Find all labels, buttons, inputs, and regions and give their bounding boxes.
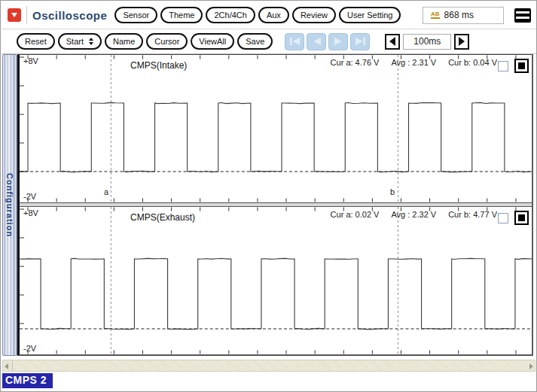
theme-button[interactable]: Theme (160, 7, 203, 23)
measurements: Cur a: 4.76 V Avg : 2.31 V Cur b: 0.04 V (331, 58, 497, 67)
cursor-a-value: Cur a: 4.76 V (331, 58, 380, 67)
configuration-tab[interactable]: Configuration (2, 54, 17, 356)
divider (26, 6, 27, 24)
aux-button[interactable]: Aux (258, 7, 289, 23)
step-back-icon (312, 37, 322, 46)
channel-color-swatch[interactable] (514, 59, 529, 73)
channel-mode-button[interactable]: 2Ch/4Ch (206, 7, 255, 23)
cursor-a-value: Cur a: 0.02 V (331, 210, 380, 219)
save-button[interactable]: Save (237, 33, 273, 50)
channel-title: CMPS(Intake) (130, 60, 187, 71)
app-title: Oscilloscope (32, 9, 107, 22)
channel-badge: CMPS 2 (2, 373, 53, 388)
ab-cursor-icon: AB (431, 11, 440, 19)
bottom-volt-label: -2V (23, 192, 36, 201)
menu-icon[interactable] (514, 8, 531, 23)
waveform-plot-1[interactable] (20, 207, 532, 354)
cursor-b-value: Cur b: 0.04 V (448, 58, 497, 67)
bottom-volt-label: -2V (23, 344, 36, 353)
channel-checkbox[interactable] (498, 213, 508, 223)
start-button[interactable]: Start (58, 33, 102, 50)
timebase-next-button[interactable] (454, 34, 469, 50)
viewall-button[interactable]: ViewAll (191, 33, 234, 50)
playback-controls (285, 33, 370, 50)
step-back-button[interactable] (307, 33, 326, 50)
top-volt-label: +8V (23, 56, 38, 65)
cursor-b-label[interactable]: b (390, 187, 395, 196)
step-forward-button[interactable] (328, 33, 348, 50)
channel-color-swatch[interactable] (514, 211, 529, 225)
review-button[interactable]: Review (292, 7, 336, 23)
scroll-right-icon[interactable] (529, 363, 533, 369)
oscilloscope-window: Oscilloscope Sensor Theme 2Ch/4Ch Aux Re… (0, 0, 537, 392)
skip-start-button[interactable] (285, 33, 304, 50)
spinner-icon (89, 38, 93, 45)
left-triangle-icon (389, 37, 395, 46)
channel-title: CMPS(Exhaust) (130, 212, 195, 223)
name-button[interactable]: Name (105, 33, 143, 50)
down-triangle-icon (11, 13, 17, 17)
avg-value: Avg : 2.32 V (391, 210, 436, 219)
waveform-plot-0[interactable] (20, 55, 532, 202)
top-volt-label: +8V (23, 208, 38, 217)
scroll-left-icon[interactable] (5, 363, 8, 369)
plot-area: +8V -2V CMPS(Intake) Cur a: 4.76 V Avg :… (17, 54, 533, 356)
skip-end-icon (355, 37, 366, 46)
step-forward-icon (334, 37, 343, 46)
toolbar: Reset Start Name Cursor ViewAll Save 10 (2, 29, 537, 54)
skip-start-icon (289, 37, 301, 46)
timebase-prev-button[interactable] (385, 34, 400, 50)
avg-value: Avg : 2.31 V (391, 58, 436, 67)
channel-panel-intake: +8V -2V CMPS(Intake) Cur a: 4.76 V Avg :… (20, 55, 532, 202)
horizontal-scrollbar[interactable] (2, 360, 535, 372)
timebase-controls: 100ms (385, 34, 469, 50)
time-measure-display: AB 868 ms (423, 7, 504, 24)
sensor-button[interactable]: Sensor (114, 7, 157, 23)
cursor-a-label[interactable]: a (104, 187, 108, 196)
cursor-button[interactable]: Cursor (146, 33, 188, 50)
channel-checkbox[interactable] (498, 61, 508, 71)
cursor-b-value: Cur b: 4.77 V (448, 210, 497, 219)
measurements: Cur a: 0.02 V Avg : 2.32 V Cur b: 4.77 V (331, 210, 497, 219)
skip-end-button[interactable] (350, 33, 370, 50)
channel-panel-exhaust: +8V -2V CMPS(Exhaust) Cur a: 0.02 V Avg … (20, 207, 532, 354)
timebase-value[interactable]: 100ms (403, 34, 451, 50)
reset-button[interactable]: Reset (17, 33, 55, 50)
right-triangle-icon (459, 37, 465, 46)
configuration-tab-label: Configuration (5, 173, 14, 237)
app-logo-icon[interactable] (8, 8, 21, 22)
time-measure-value: 868 ms (444, 10, 474, 20)
header-bar: Oscilloscope Sensor Theme 2Ch/4Ch Aux Re… (2, 2, 537, 29)
user-setting-button[interactable]: User Setting (339, 7, 401, 23)
